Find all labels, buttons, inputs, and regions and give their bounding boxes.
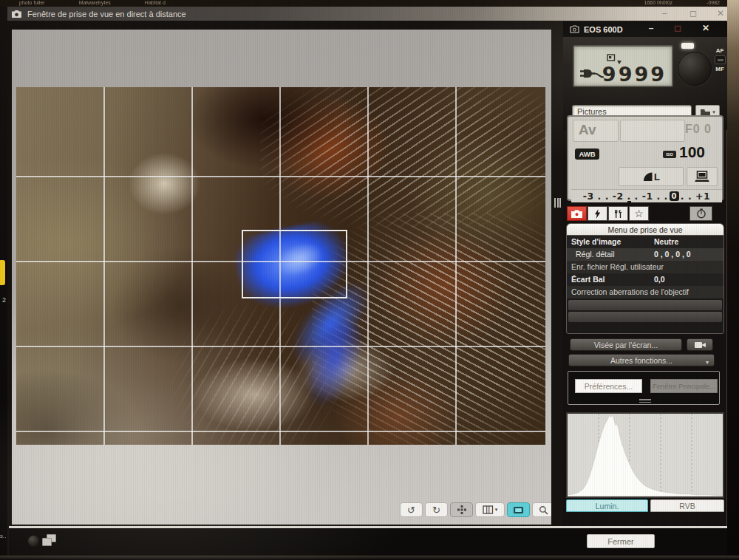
exposure-compensation-scale[interactable]: -3 . . -2 . . -1 . . 0 . . +1 — [571, 189, 722, 202]
camera-minimize-button[interactable]: – — [641, 21, 661, 35]
minimize-button[interactable]: – — [655, 7, 674, 21]
star-icon: ☆ — [634, 208, 644, 219]
close-window-button[interactable]: Fermer — [587, 534, 655, 548]
preferences-button[interactable]: Préférences... — [575, 379, 642, 393]
dropdown-arrow-icon: ▾ — [712, 109, 715, 115]
focus-mode-switch[interactable]: AF MF — [713, 47, 726, 72]
other-functions-dropdown[interactable]: Autres fonctions... ▾ — [568, 354, 715, 366]
histogram-polygon — [568, 414, 723, 496]
menu-item-user-file[interactable]: Enr. fichier Régl. utilisateur — [567, 261, 723, 273]
tab-shooting-settings[interactable] — [567, 206, 587, 221]
live-view-shoot-button[interactable]: Visée par l'écran... — [570, 338, 682, 351]
crystal-texture — [260, 87, 545, 228]
shutter-cell[interactable] — [620, 120, 685, 142]
menu-item-value: Neutre — [654, 236, 678, 248]
camera-top-lcd: 9999 — [573, 45, 673, 87]
camera-maximize-button-disabled: ◻ — [668, 21, 687, 35]
dropdown-arrow-icon: ▾ — [495, 507, 498, 513]
white-balance-badge[interactable]: AWB — [575, 148, 599, 160]
histogram-tab-bar: Lumin. RVB — [566, 499, 724, 512]
menu-item-lens-aberration[interactable]: Correction aberrations de l'objectif — [567, 286, 723, 298]
grid-line — [103, 87, 105, 445]
remote-live-view-titlebar: Fenêtre de prise de vue en direct à dist… — [7, 7, 727, 21]
timer-icon — [696, 208, 706, 219]
panel-resize-grip[interactable] — [639, 399, 651, 404]
split-view-icon — [483, 505, 494, 514]
camera-window-icon — [11, 10, 22, 18]
flash-icon — [594, 209, 601, 219]
histogram-panel — [566, 412, 724, 498]
tools-icon — [613, 209, 623, 219]
ac-power-icon — [579, 67, 605, 83]
magnifier-icon — [539, 505, 548, 515]
af-label: AF — [713, 47, 726, 54]
grid-line — [191, 87, 193, 445]
quick-control-dial[interactable] — [678, 52, 712, 86]
tab-my-menu[interactable]: ☆ — [629, 206, 649, 221]
splitter-grip[interactable] — [554, 198, 561, 208]
menu-item-label: Enr. fichier Régl. utilisateur — [571, 262, 664, 271]
panel-splitter — [551, 21, 563, 526]
rotate-left-button[interactable]: ↺ — [400, 502, 423, 517]
exposure-scale-right: . . +1 — [681, 191, 710, 202]
shooting-mode-value[interactable]: Av — [579, 122, 596, 138]
save-to-computer-cell[interactable] — [687, 167, 718, 186]
background-text-fragment: s.. — [0, 533, 6, 539]
background-tab-text: 1660 0h0t0z — [644, 0, 673, 7]
background-folder-icon — [0, 260, 5, 285]
quality-size-letter: L — [654, 171, 660, 182]
camera-close-button[interactable]: ✕ — [696, 21, 715, 35]
tab-setup-functions[interactable] — [608, 206, 628, 221]
photo-stack-icon[interactable] — [42, 534, 58, 547]
tab-flash-settings[interactable] — [588, 206, 607, 221]
access-led — [681, 43, 694, 49]
preferences-section: Préférences... Fenêtre Principale... — [568, 371, 720, 405]
grid-line — [455, 87, 457, 445]
blue-crystal — [293, 315, 370, 415]
aperture-value[interactable]: F0 0 — [685, 123, 712, 136]
camera-window-icon — [570, 25, 579, 33]
image-quality-cell[interactable]: L — [619, 167, 684, 186]
focus-frame[interactable] — [242, 230, 347, 298]
split-view-button[interactable]: ▾ — [475, 502, 505, 517]
menu-item-wb-shift[interactable]: Écart Bal 0,0 — [567, 273, 723, 286]
menu-item-value: 0 , 0 , 0 , 0 — [654, 248, 691, 261]
rotate-right-button[interactable]: ↻ — [425, 502, 448, 517]
window-title: Fenêtre de prise de vue en direct à dist… — [27, 10, 186, 18]
grid-line — [16, 176, 545, 177]
menu-item-detail-settings[interactable]: Régl. détail 0 , 0 , 0 , 0 — [567, 248, 723, 261]
screen-edge-bottom — [0, 556, 739, 560]
dropdown-arrow-icon: ▾ — [706, 357, 709, 369]
background-tab-text: -0982 — [706, 0, 720, 7]
af-mf-switch-knob[interactable] — [715, 55, 726, 64]
live-view-image[interactable] — [16, 87, 545, 445]
shots-remaining-value: 9999 — [602, 63, 667, 86]
background-tab-text: Habitat d — [145, 0, 166, 7]
menu-item-label: Écart Bal — [571, 275, 605, 284]
iso-value[interactable]: 100 — [679, 143, 705, 161]
live-view-camera-button[interactable] — [687, 338, 713, 351]
camera-panel-titlebar: EOS 600D – ◻ ✕ — [563, 21, 727, 37]
exposure-zero-badge: 0 — [670, 191, 679, 201]
background-browser-tabs: photo fuller Malwarebytes Habitat d 1660… — [0, 0, 739, 7]
histogram-tab-rgb[interactable]: RVB — [650, 499, 724, 512]
main-window-button-disabled: Fenêtre Principale... — [650, 379, 718, 393]
compose-grid-icon — [457, 505, 467, 515]
iso-badge: ISO — [663, 151, 676, 158]
maximize-button[interactable]: ◻ — [684, 7, 703, 21]
computer-icon — [695, 171, 710, 182]
background-tab-text: Malwarebytes — [79, 0, 111, 7]
live-view-toolbar: ↺ ↻ ▾ — [400, 502, 555, 517]
histogram-tab-luminance[interactable]: Lumin. — [566, 499, 648, 512]
menu-item-picture-style[interactable]: Style d'image Neutre — [567, 236, 723, 248]
live-view-toggle-button[interactable] — [507, 502, 530, 517]
timer-shooting-button[interactable] — [689, 206, 712, 221]
grid-line — [16, 431, 545, 432]
other-functions-label: Autres fonctions... — [610, 356, 672, 365]
status-sphere-icon — [28, 536, 39, 547]
camera-tab-icon — [571, 209, 583, 219]
menu-item-label: Correction aberrations de l'objectif — [571, 287, 689, 296]
exposure-indicator-tick — [627, 201, 631, 203]
compose-grid-button[interactable] — [450, 502, 473, 517]
crystal-texture — [171, 301, 341, 445]
